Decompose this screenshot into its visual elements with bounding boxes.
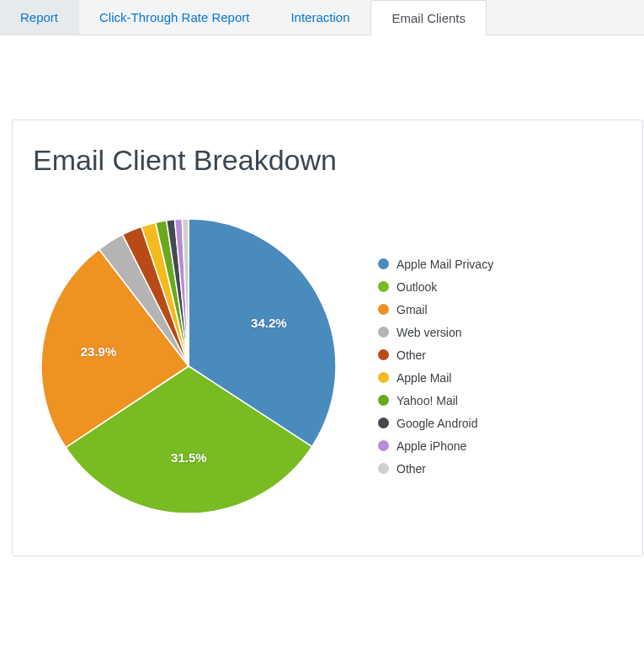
legend-label: Apple Mail: [397, 371, 451, 385]
legend-item[interactable]: Other: [378, 462, 493, 476]
chart-row: 34.2%31.5%23.9% Apple Mail PrivacyOutloo…: [33, 210, 619, 522]
legend-label: Outlook: [397, 280, 437, 294]
tab-report[interactable]: Report: [0, 0, 79, 35]
legend-item[interactable]: Outlook: [378, 280, 493, 294]
legend-swatch-icon: [378, 463, 389, 474]
pie-slice-label: 31.5%: [171, 450, 207, 465]
tab-bar: ReportClick-Through Rate ReportInteracti…: [0, 0, 644, 35]
pie-slice-label: 34.2%: [251, 316, 287, 330]
legend-item[interactable]: Apple Mail Privacy: [378, 258, 493, 271]
legend-swatch-icon: [378, 327, 389, 338]
legend-item[interactable]: Other: [378, 348, 493, 362]
tab-email-clients[interactable]: Email Clients: [370, 0, 487, 35]
legend-swatch-icon: [378, 349, 389, 360]
legend-item[interactable]: Apple Mail: [378, 371, 493, 385]
panel-title: Email Client Breakdown: [33, 144, 619, 177]
legend-swatch-icon: [378, 440, 389, 451]
pie-chart: 34.2%31.5%23.9%: [33, 210, 344, 522]
legend-swatch-icon: [378, 417, 389, 428]
legend-swatch-icon: [378, 395, 389, 406]
legend-swatch-icon: [378, 372, 389, 383]
chart-panel: Email Client Breakdown 34.2%31.5%23.9% A…: [12, 120, 643, 556]
legend-swatch-icon: [378, 304, 389, 315]
legend-label: Web version: [397, 326, 462, 339]
chart-legend: Apple Mail PrivacyOutlookGmailWeb versio…: [378, 258, 493, 476]
legend-label: Google Android: [397, 417, 478, 430]
legend-item[interactable]: Apple iPhone: [378, 439, 493, 453]
legend-swatch-icon: [378, 281, 389, 292]
legend-label: Other: [397, 462, 426, 476]
tab-click-through-rate-report[interactable]: Click-Through Rate Report: [79, 0, 270, 35]
legend-label: Apple iPhone: [397, 439, 466, 453]
legend-swatch-icon: [378, 258, 389, 269]
legend-label: Yahoo! Mail: [397, 394, 458, 407]
legend-item[interactable]: Google Android: [378, 417, 493, 430]
legend-item[interactable]: Yahoo! Mail: [378, 394, 493, 407]
pie-slice-label: 23.9%: [81, 344, 117, 359]
legend-item[interactable]: Gmail: [378, 303, 493, 316]
legend-item[interactable]: Web version: [378, 326, 493, 339]
legend-label: Apple Mail Privacy: [397, 258, 493, 271]
legend-label: Gmail: [397, 303, 428, 316]
legend-label: Other: [397, 348, 426, 362]
tab-interaction[interactable]: Interaction: [270, 0, 370, 35]
